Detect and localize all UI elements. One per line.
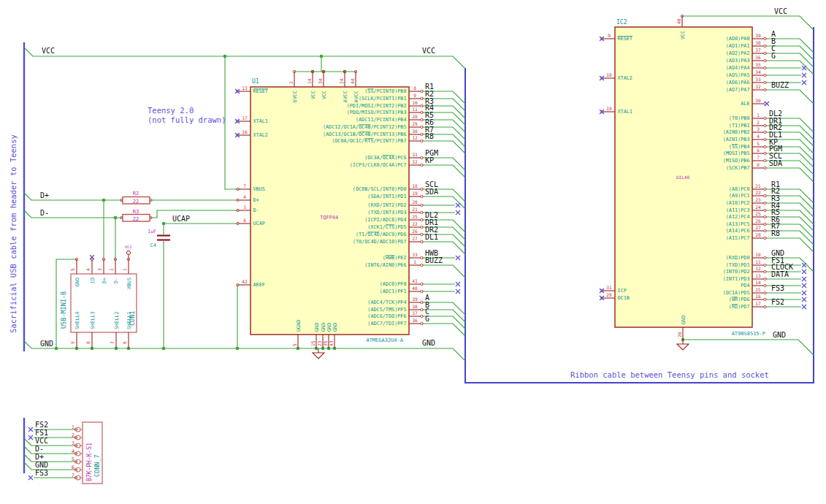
pin-number: 24: [755, 205, 761, 210]
pin-number: 27: [412, 236, 418, 241]
resistor-value: 22: [133, 199, 139, 205]
pin-name: (INT0)PD2: [723, 269, 750, 275]
pin-number: 22: [412, 221, 418, 226]
pin-number: 9: [413, 93, 416, 98]
pin-number: 17: [242, 115, 248, 121]
no-connect-x-icon: [456, 282, 460, 286]
no-connect-x-icon: [90, 255, 94, 259]
pin-number: 7: [243, 183, 246, 188]
no-connect-x-icon: [802, 73, 806, 77]
pin-number: 6: [757, 148, 760, 153]
pin-number: 28: [755, 232, 761, 237]
pin-number: 2: [757, 120, 760, 125]
pin-number: 12: [755, 266, 761, 271]
resistor-value: 22: [133, 216, 139, 222]
pin-name: (SS)PB4: [729, 144, 750, 150]
pin-number: 21: [412, 207, 418, 212]
pin-number: 13: [242, 85, 248, 91]
no-connect-x-icon: [28, 427, 33, 432]
net-label: D-: [40, 209, 49, 217]
pin-number: 13: [755, 273, 761, 278]
wire: [422, 324, 465, 336]
pin-number: 11: [755, 259, 761, 264]
pin-name: SHELL4: [74, 311, 80, 329]
pin-number: 9: [70, 341, 75, 344]
pin-number: 1: [72, 424, 74, 430]
pin-name: (AD5)PA5: [726, 72, 750, 78]
pin-name: UVCC: [292, 91, 298, 102]
pin-name: (RD)PD7: [729, 304, 750, 310]
pin-number: 4: [757, 134, 760, 139]
net-label: VCC: [42, 47, 55, 55]
pin-number: 37: [412, 310, 418, 316]
pin-name: (T1/OC4D/ADC9)PD6: [356, 232, 407, 237]
pin-number: 32: [755, 84, 761, 89]
pin-name: (A9)PC1: [729, 193, 750, 199]
pin-name: (ADC13/OC1B/OC4B/PCINT13)PB6: [323, 131, 407, 137]
pin-number: 39: [755, 33, 761, 38]
pin-name: GND: [681, 316, 687, 324]
pin-number: 5: [757, 141, 760, 146]
pin-name: (T0)PB0: [729, 115, 750, 121]
pin-number: 32: [412, 159, 418, 164]
pin-name: (PDO/MISO/PCINT3)PB3: [347, 110, 407, 115]
net-label: SDA: [425, 188, 438, 196]
pin-number: 4: [85, 268, 91, 271]
junction-dot: [320, 55, 324, 58]
net-label: DATA: [771, 270, 789, 278]
wire: [683, 340, 814, 355]
note-text: Sacrificial USB cable from header to Tee…: [9, 134, 18, 333]
pin-number: 19: [412, 191, 418, 196]
wire: [24, 193, 121, 200]
pin-number: 18: [606, 72, 612, 77]
net-label: SDA: [769, 159, 782, 167]
pin-name: (T0/OC4D/ADC10)PD7: [353, 239, 407, 245]
pin-name: (A15)PC7: [726, 235, 750, 241]
pin-number: 1: [757, 112, 760, 118]
pin-number: 14: [755, 280, 761, 285]
pin-name: (ICP3/CLK0/OC4A)PC7: [350, 162, 407, 168]
pin-number: 25: [755, 211, 761, 216]
pin-name: (SDA/INT1)PD1: [367, 194, 406, 199]
pin-number: 2: [109, 268, 114, 271]
pin-number: 44: [350, 78, 355, 84]
net-label: DL1: [425, 233, 438, 241]
schematic-page: R222R32213RESET17XTAL116XTAL27VBUS4D+3D-…: [0, 0, 826, 504]
pin-number: 26: [412, 229, 418, 234]
pin-name: (A11)PC3: [726, 207, 750, 213]
pin-number: 4: [72, 448, 74, 454]
pin-name: UGND: [296, 320, 302, 332]
pin-number: 5: [292, 343, 297, 346]
wire: [24, 462, 76, 470]
wire: [151, 210, 239, 218]
pin-number: 31: [606, 285, 612, 290]
pin-name: ALE: [741, 101, 749, 107]
pin-name: (SS/PCINT0)PB0: [364, 88, 406, 94]
pin-number: 34: [755, 69, 761, 75]
pin-name: (XCK1/CTS)PD5: [367, 224, 406, 230]
pin-number: 16: [242, 129, 248, 134]
pin-name: VBUS: [126, 278, 132, 289]
wire: [225, 56, 239, 189]
pin-name: D+: [102, 278, 107, 283]
pin-number: 26: [755, 218, 761, 224]
pin-number: 30: [412, 129, 418, 134]
pin-name: (HWB)PE2: [383, 255, 407, 261]
capacitor-c4: [157, 236, 170, 240]
pin-name: (INT6/AIN0)PE6: [364, 262, 406, 268]
resistor-r2: R222: [121, 191, 152, 205]
wire: [24, 454, 76, 462]
pin-number: 40: [412, 286, 418, 291]
pin-number: 40: [676, 18, 681, 24]
pin-name: GND: [321, 323, 326, 332]
net-label: GND: [40, 340, 53, 348]
pin-name: (PDI/MOSI/PCINT2)PB2: [347, 103, 407, 109]
pin-number: 39: [412, 297, 418, 302]
net-label: VCC: [422, 47, 435, 55]
component-ref: CONN_7: [93, 454, 101, 477]
net-label: GND: [422, 339, 435, 347]
pin-number: 5: [70, 268, 75, 271]
wire: [422, 196, 465, 209]
pin-number: 7: [110, 341, 115, 344]
net-label: VCC: [35, 437, 48, 445]
